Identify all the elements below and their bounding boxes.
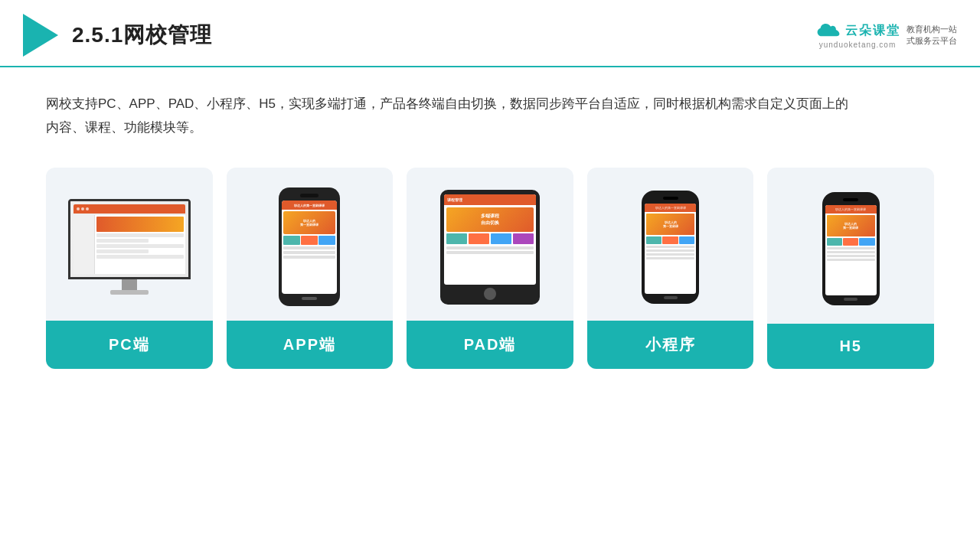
card-app-image: 职达人的第一堂刷课课 职达人的第一堂刷课课 xyxy=(227,168,394,321)
header-left: 2.5.1网校管理 xyxy=(23,14,212,57)
card-miniapp-label: 小程序 xyxy=(587,321,754,369)
card-app: 职达人的第一堂刷课课 职达人的第一堂刷课课 xyxy=(227,168,394,369)
cloud-icon xyxy=(815,22,842,41)
card-pc-label: PC端 xyxy=(46,321,213,369)
card-pad-image: 课程管理 多端课程自由切换 xyxy=(407,168,573,321)
phone-device-app: 职达人的第一堂刷课课 职达人的第一堂刷课课 xyxy=(279,187,340,306)
card-miniapp: 职达人的第一堂刷课课 职达人的第一堂刷课 xyxy=(587,168,754,369)
card-pc-image xyxy=(46,168,213,321)
header: 2.5.1网校管理 云朵课堂 yunduoketang.com 教育机构一站式服… xyxy=(0,0,980,67)
card-miniapp-image: 职达人的第一堂刷课课 职达人的第一堂刷课 xyxy=(587,168,754,321)
monitor-stand xyxy=(122,279,137,290)
phone-device-h5: 职达人的第一堂刷课课 职达人的第一堂刷课 xyxy=(822,192,880,305)
header-right: 云朵课堂 yunduoketang.com 教育机构一站式服务云平台 xyxy=(815,22,957,49)
content: 网校支持PC、APP、PAD、小程序、H5，实现多端打通，产品各终端自由切换，数… xyxy=(0,67,980,384)
logo-triangle-icon xyxy=(23,14,58,57)
brand-cloud: 云朵课堂 xyxy=(815,22,900,41)
card-pad: 课程管理 多端课程自由切换 xyxy=(407,168,573,369)
tablet-device: 课程管理 多端课程自由切换 xyxy=(440,190,540,305)
phone-device-miniapp: 职达人的第一堂刷课课 职达人的第一堂刷课 xyxy=(642,191,699,304)
brand-logo: 云朵课堂 yunduoketang.com xyxy=(815,22,900,49)
monitor-screen xyxy=(68,199,191,279)
card-h5-label: H5 xyxy=(767,324,934,369)
brand-tagline: 教育机构一站式服务云平台 xyxy=(906,24,957,47)
brand-url: yunduoketang.com xyxy=(819,41,897,49)
description-text: 网校支持PC、APP、PAD、小程序、H5，实现多端打通，产品各终端自由切换，数… xyxy=(46,92,858,140)
card-h5: 职达人的第一堂刷课课 职达人的第一堂刷课 xyxy=(767,168,934,369)
card-pad-label: PAD端 xyxy=(407,321,573,369)
monitor-base xyxy=(110,290,149,295)
brand-name: 云朵课堂 xyxy=(845,23,900,39)
card-app-label: APP端 xyxy=(227,321,394,369)
card-pc: PC端 xyxy=(46,168,213,369)
page-title: 2.5.1网校管理 xyxy=(72,21,212,50)
card-h5-image: 职达人的第一堂刷课课 职达人的第一堂刷课 xyxy=(767,168,934,324)
cards-container: PC端 职达人的第一堂刷课课 职达人的第一堂刷课课 xyxy=(46,168,934,369)
monitor-device xyxy=(64,199,194,295)
